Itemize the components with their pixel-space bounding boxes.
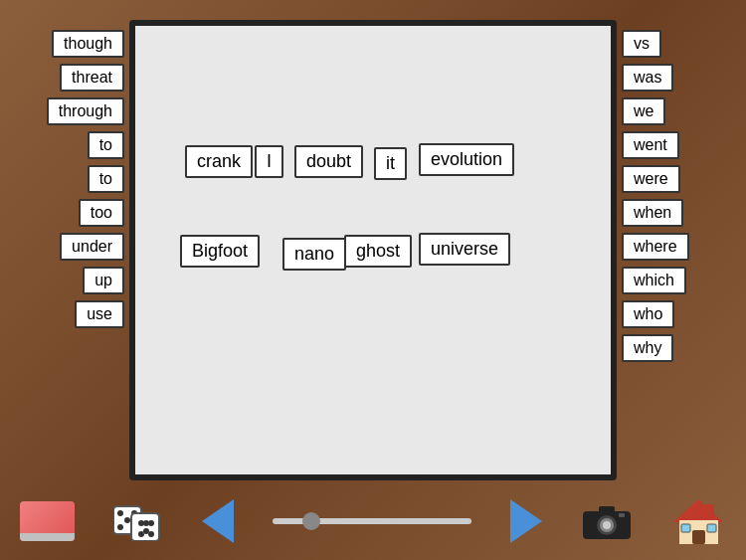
sidebar-left-word-1[interactable]: threat (60, 64, 124, 92)
sidebar-right-word-1[interactable]: was (622, 64, 673, 92)
svg-point-1 (117, 510, 123, 516)
word-tile-doubt[interactable]: doubt (294, 145, 363, 178)
svg-rect-6 (131, 513, 159, 541)
svg-point-9 (143, 528, 149, 534)
word-tile-ghost[interactable]: ghost (344, 235, 412, 268)
word-tile-I[interactable]: I (255, 145, 283, 178)
toolbar (0, 482, 746, 560)
home-icon[interactable] (671, 494, 726, 549)
slider-thumb[interactable] (302, 512, 320, 530)
arrow-left-button[interactable] (202, 499, 234, 543)
sidebar-right: vswaswewentwerewhenwherewhichwhowhy (622, 30, 736, 362)
sidebar-right-word-5[interactable]: when (622, 199, 683, 227)
arrow-right-button[interactable] (510, 499, 542, 543)
word-tile-universe[interactable]: universe (419, 233, 510, 266)
sidebar-right-word-7[interactable]: which (622, 267, 686, 294)
sidebar-left-word-8[interactable]: use (75, 300, 124, 328)
sidebar-right-word-6[interactable]: where (622, 233, 689, 261)
svg-rect-17 (599, 506, 615, 514)
sidebar-right-word-3[interactable]: went (622, 131, 679, 159)
svg-rect-22 (692, 530, 705, 544)
sidebar-left-word-7[interactable]: up (83, 267, 124, 294)
slider-track (273, 518, 471, 524)
svg-rect-23 (681, 524, 690, 532)
sidebar-left: thoughthreatthroughtototoounderupuse (10, 30, 124, 328)
word-tile-nano[interactable]: nano (282, 238, 346, 271)
sidebar-right-word-4[interactable]: were (622, 165, 680, 193)
sidebar-left-word-4[interactable]: to (88, 165, 124, 193)
svg-rect-24 (707, 524, 716, 532)
sidebar-right-word-9[interactable]: why (622, 334, 673, 362)
svg-point-10 (138, 531, 144, 537)
svg-point-12 (143, 520, 149, 526)
word-tile-it[interactable]: it (374, 147, 407, 180)
word-tile-Bigfoot[interactable]: Bigfoot (180, 235, 260, 268)
sidebar-right-word-2[interactable]: we (622, 97, 665, 125)
word-board: crankIdoubtitevolutionBigfootnanoghostun… (129, 20, 617, 480)
svg-point-16 (603, 521, 611, 529)
sidebar-right-word-0[interactable]: vs (622, 30, 661, 58)
sidebar-left-word-3[interactable]: to (88, 131, 124, 159)
svg-rect-20 (706, 504, 714, 518)
eraser[interactable] (20, 501, 75, 541)
svg-point-2 (124, 517, 130, 523)
sidebar-left-word-2[interactable]: through (47, 97, 124, 125)
svg-marker-19 (673, 499, 723, 522)
sidebar-left-word-0[interactable]: though (52, 30, 124, 58)
svg-point-11 (148, 531, 154, 537)
sidebar-right-word-8[interactable]: who (622, 300, 674, 328)
svg-point-5 (117, 524, 123, 530)
dice-icon[interactable] (113, 501, 163, 541)
sidebar-left-word-5[interactable]: too (79, 199, 124, 227)
camera-icon[interactable] (581, 501, 633, 541)
sidebar-left-word-6[interactable]: under (60, 233, 124, 261)
word-tile-crank[interactable]: crank (185, 145, 253, 178)
svg-rect-18 (619, 513, 625, 517)
word-tile-evolution[interactable]: evolution (419, 143, 514, 176)
